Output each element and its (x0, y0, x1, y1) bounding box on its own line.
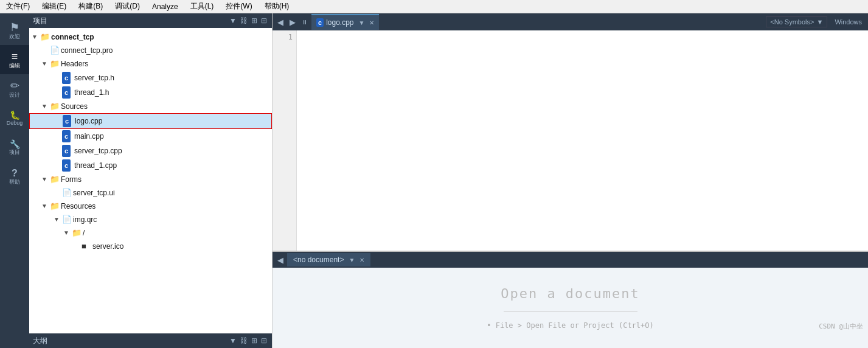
tree-item-thread-1-h[interactable]: c thread_1.h (29, 85, 272, 100)
divider (504, 311, 637, 311)
panel-link-btn[interactable]: ⛓ (239, 16, 249, 26)
tree-item-img-qrc[interactable]: ▼ 📄 img.qrc (29, 213, 272, 226)
open-document-title: Open a document (501, 286, 640, 301)
tree-item-logo-cpp[interactable]: c logo.cpp (29, 113, 272, 129)
label-forms: Forms (61, 174, 82, 185)
editor-tab-logo-cpp[interactable]: c logo.cpp ▼ ✕ (311, 14, 379, 30)
file-icon-ico: ■ (82, 241, 91, 252)
project-tree[interactable]: ▼ 📁 connect_tcp 📄 connect_tcp.pro ▼ 📁 (29, 28, 272, 333)
outline-title: 大纲 (33, 336, 47, 346)
project-panel-title: 项目 (33, 16, 47, 26)
arrow-img-qrc: ▼ (54, 214, 62, 225)
tab-dropdown-btn[interactable]: ▼ (356, 19, 367, 26)
main-layout: ⚑ 欢迎 ≡ 编辑 ✏ 设计 🐛 Debug 🔧 项目 ? 帮助 (0, 13, 868, 348)
symbols-dropdown[interactable]: <No Symbols> ▼ (766, 16, 827, 27)
label-logo-cpp: logo.cpp (75, 116, 102, 127)
arrow-resources: ▼ (41, 201, 50, 212)
menu-tools[interactable]: 工具(L) (187, 1, 218, 12)
bottom-content: Open a document • File > Open File or Pr… (273, 268, 868, 348)
label-sources: Sources (61, 101, 88, 112)
menu-debug[interactable]: 调试(D) (111, 1, 144, 12)
editor-nav-forward[interactable]: ▶ (287, 16, 298, 28)
bottom-tab-dropdown[interactable]: ▼ (349, 257, 355, 263)
label-main-cpp: main.cpp (74, 131, 104, 142)
file-icon-h2: c (62, 86, 71, 99)
file-icon-cpp3: c (62, 145, 71, 157)
menu-file[interactable]: 文件(F) (2, 1, 33, 12)
label-server-tcp-cpp: server_tcp.cpp (74, 145, 122, 156)
tree-item-server-tcp-ui[interactable]: 📄 server_tcp.ui (29, 186, 272, 200)
label-server-ico: server.ico (92, 241, 123, 252)
arrow-forms: ▼ (41, 174, 50, 185)
bottom-panel: ◀ <no document> ▼ ✕ Open a document • Fi… (273, 251, 868, 348)
sidebar-label-debug: Debug (7, 120, 23, 126)
sidebar-item-edit[interactable]: ≡ 编辑 (0, 45, 29, 74)
bottom-tab-close[interactable]: ✕ (359, 257, 364, 263)
tree-item-headers[interactable]: ▼ 📁 Headers (29, 57, 272, 71)
menu-controls[interactable]: 控件(W) (222, 1, 255, 12)
file-icon-ui: 📄 (62, 187, 72, 198)
outline-link-btn[interactable]: ⛓ (239, 336, 249, 346)
sidebar-label-edit: 编辑 (9, 63, 20, 69)
sidebar-label-project: 项目 (9, 150, 20, 155)
folder-icon-resources: 📁 (50, 201, 60, 212)
editor-nav-back[interactable]: ◀ (275, 16, 286, 28)
tree-item-resources[interactable]: ▼ 📁 Resources (29, 200, 272, 213)
sidebar-item-help[interactable]: ? 帮助 (0, 162, 29, 191)
tab-close-btn[interactable]: ✕ (369, 19, 374, 26)
menu-analyze[interactable]: Analyze (148, 2, 182, 12)
folder-icon-forms: 📁 (50, 174, 60, 185)
outline-filter-btn[interactable]: ▼ (228, 336, 238, 346)
windows-button[interactable]: Windows (831, 17, 866, 27)
file-icon-cpp2: c (62, 130, 71, 142)
file-icon-cpp1: c (63, 115, 71, 127)
folder-icon-headers: 📁 (50, 58, 60, 69)
label-thread-1-h: thread_1.h (74, 87, 109, 98)
tree-item-connect-tcp-pro[interactable]: 📄 connect_tcp.pro (29, 44, 272, 57)
sidebar-label-help: 帮助 (9, 179, 20, 185)
editor-area: ◀ ▶ ⏸ c logo.cpp ▼ ✕ <No Symbols> ▼ Wind… (273, 13, 868, 348)
arrow-connect-tcp: ▼ (32, 32, 40, 43)
sidebar-item-welcome[interactable]: ⚑ 欢迎 (0, 16, 29, 45)
bottom-tab-no-doc[interactable]: <no document> ▼ ✕ (287, 253, 370, 266)
project-panel-toolbar: ▼ ⛓ ⊞ ⊟ (228, 16, 268, 26)
tree-item-thread-1-cpp[interactable]: c thread_1.cpp (29, 158, 272, 173)
tree-item-forms[interactable]: ▼ 📁 Forms (29, 173, 272, 186)
bottom-nav-back[interactable]: ◀ (275, 254, 286, 266)
sidebar-item-project[interactable]: 🔧 项目 (0, 133, 29, 162)
menu-help[interactable]: 帮助(H) (261, 1, 293, 12)
open-document-hint: • File > Open File or Project (Ctrl+O) (487, 321, 654, 330)
editor-nav-pause[interactable]: ⏸ (299, 18, 310, 27)
welcome-icon: ⚑ (10, 22, 19, 33)
tree-item-server-tcp-h[interactable]: c server_tcp.h (29, 71, 272, 85)
bottom-tab-label: <no document> (293, 256, 344, 264)
outline-toolbar: ▼ ⛓ ⊞ ⊟ (228, 336, 268, 346)
tree-item-slash[interactable]: ▼ 📁 / (29, 226, 272, 240)
label-connect-tcp-pro: connect_tcp.pro (61, 45, 113, 56)
label-slash: / (83, 228, 85, 238)
tree-item-sources[interactable]: ▼ 📁 Sources (29, 100, 272, 113)
label-thread-1-cpp: thread_1.cpp (74, 160, 117, 171)
design-icon: ✏ (10, 80, 19, 91)
editor-tabs-bar: ◀ ▶ ⏸ c logo.cpp ▼ ✕ <No Symbols> ▼ Wind… (273, 13, 868, 30)
tree-item-main-cpp[interactable]: c main.cpp (29, 129, 272, 144)
sidebar-item-debug[interactable]: 🐛 Debug (0, 103, 29, 133)
panel-collapse-btn[interactable]: ⊟ (260, 16, 268, 26)
code-area[interactable] (297, 30, 868, 251)
menu-edit[interactable]: 编辑(E) (38, 1, 70, 12)
outline-panel-header: 大纲 ▼ ⛓ ⊞ ⊟ (29, 333, 272, 348)
symbols-dropdown-arrow: ▼ (816, 18, 823, 26)
file-icon-qrc: 📄 (62, 214, 72, 225)
panel-filter-btn[interactable]: ▼ (228, 16, 238, 26)
outline-expand-btn[interactable]: ⊞ (250, 336, 259, 346)
sidebar-item-design[interactable]: ✏ 设计 (0, 74, 29, 103)
tree-item-connect-tcp[interactable]: ▼ 📁 connect_tcp (29, 30, 272, 44)
menu-build[interactable]: 构建(B) (75, 1, 106, 12)
panel-expand-btn[interactable]: ⊞ (250, 16, 259, 26)
tree-item-server-ico[interactable]: ■ server.ico (29, 240, 272, 253)
outline-collapse-btn[interactable]: ⊟ (260, 336, 268, 346)
folder-icon-sources: 📁 (50, 101, 60, 112)
label-connect-tcp: connect_tcp (51, 32, 94, 43)
tree-item-server-tcp-cpp[interactable]: c server_tcp.cpp (29, 144, 272, 158)
sidebar-label-design: 设计 (9, 92, 20, 98)
